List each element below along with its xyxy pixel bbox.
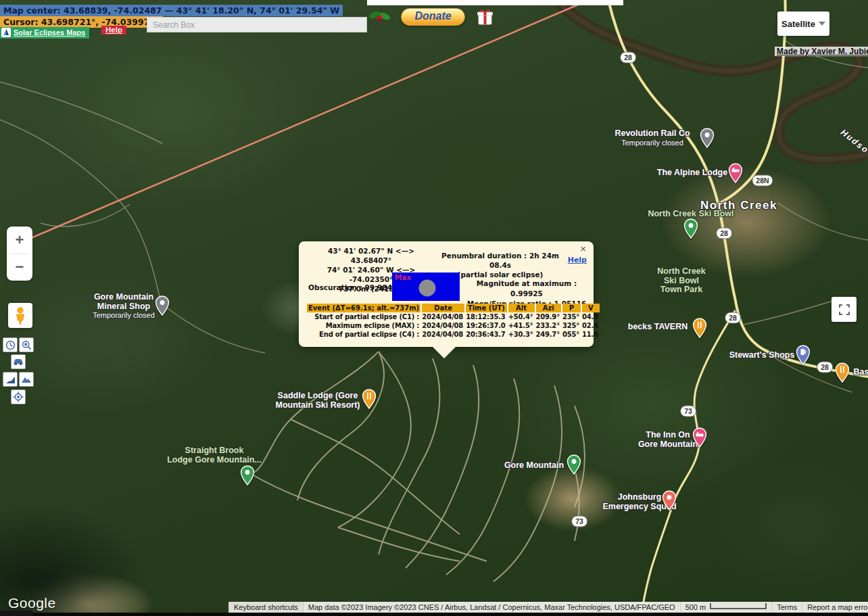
map-type-button[interactable]: Satellite	[777, 11, 829, 36]
fullscreen-button[interactable]	[831, 297, 857, 322]
table-header-row: Event (ΔT=69.1s; alt.=737m) Date Time (U…	[307, 304, 600, 312]
park-pin[interactable]	[566, 454, 581, 475]
poi-label-town-park[interactable]: North Creek Ski Bowl Town Park	[657, 267, 706, 295]
gas-station-pin[interactable]	[796, 345, 811, 365]
map-viewport[interactable]: Revolution Rail Co Temporarily closed Th…	[0, 0, 868, 616]
magnifier-box-icon	[22, 340, 32, 350]
poi-label-line: Stewart's Shops	[729, 351, 795, 360]
restaurant-pin[interactable]	[692, 318, 707, 338]
col-event: Event (ΔT=69.1s; alt.=737m)	[307, 304, 420, 312]
table-row: Start of partial eclipse (C1) : 2024/04/…	[307, 312, 600, 321]
magnitude-value: Magnitude at maximum : 0.99925	[466, 279, 587, 299]
poi-label-ski-bowl[interactable]: North Creek Ski Bowl	[648, 210, 733, 219]
poi-label-alpine-lodge[interactable]: The Alpine Lodge	[657, 168, 727, 178]
footer-bar: Keyboard shortcuts Map data ©2023 Imager…	[97, 602, 868, 613]
poi-label-bas-clipped[interactable]: Bas	[854, 368, 868, 377]
poi-label-mineral-shop[interactable]: Gore Mountain Mineral Shop Temporarily c…	[93, 293, 155, 321]
pegman-control[interactable]	[8, 303, 32, 328]
poi-label-saddle-lodge[interactable]: Saddle Lodge (Gore Mountain Ski Resort)	[275, 392, 360, 410]
holly-icon	[368, 8, 391, 26]
cursor-readout: Cursor: 43.698721°, -74.039979°	[0, 16, 163, 28]
car-icon	[13, 358, 24, 366]
clock-icon	[5, 340, 16, 350]
poi-label-line: Revolution Rail Co	[614, 129, 690, 139]
poi-label-line: Gore Mountain	[638, 440, 698, 450]
scale-bar	[710, 603, 767, 609]
google-logo[interactable]: Google	[8, 595, 56, 611]
map-center-readout: Map center: 43.68839, -74.02487 — 43° 41…	[0, 5, 343, 16]
route-shield-73: 73	[571, 516, 587, 527]
poi-label-line: Straight Brook	[167, 446, 262, 456]
bottom-left-strip	[0, 611, 32, 616]
obscuration-value: Obscuration : 99.984%	[308, 283, 400, 291]
route-shield-28: 28	[620, 52, 636, 64]
eclipse-diagram: Max	[392, 273, 460, 301]
lodging-pin[interactable]	[692, 427, 707, 448]
time-zone-button[interactable]	[3, 337, 18, 352]
restaurant-pin[interactable]	[362, 389, 377, 409]
keyboard-shortcuts-button[interactable]: Keyboard shortcuts	[228, 602, 303, 613]
eclipse-diagram-max-label: Max	[395, 273, 411, 281]
poi-label-line: North Creek Ski Bowl	[648, 210, 733, 219]
donate-button[interactable]: Donate	[401, 8, 465, 26]
poi-status: Temporarily closed	[614, 139, 690, 148]
chevron-down-icon	[819, 22, 825, 26]
zoom-out-button[interactable]: −	[7, 254, 32, 281]
water-label-hudson: Hudso	[839, 128, 868, 156]
poi-label-becks-tavern[interactable]: becks TAVERN	[628, 323, 688, 332]
gray-place-pin[interactable]	[700, 128, 715, 148]
pegman-icon	[14, 307, 27, 325]
bottom-strip	[0, 613, 868, 616]
gray-place-pin[interactable]	[155, 295, 170, 316]
latitude-line: 43° 41' 02.67" N <—> 43.68407°	[307, 246, 435, 265]
poi-label-line: The Alpine Lodge	[657, 168, 727, 178]
route-shield-28: 28	[817, 362, 833, 373]
zoom-in-button[interactable]: +	[7, 227, 32, 254]
poi-label-line: Town Park	[657, 285, 706, 295]
poi-label-line: Gore Mountain	[93, 293, 155, 302]
help-link[interactable]: Help	[101, 26, 126, 34]
poi-label-line: becks TAVERN	[628, 323, 688, 332]
close-icon[interactable]: ×	[576, 242, 590, 255]
highways	[607, 0, 868, 616]
popup-help-link[interactable]: Help	[568, 256, 587, 264]
search-input[interactable]	[147, 17, 367, 32]
zoom-box-button[interactable]	[19, 337, 34, 352]
solar-eclipses-maps-link[interactable]: Solar Eclipses Maps	[0, 27, 89, 39]
elevation-profile-button[interactable]	[3, 372, 18, 387]
scale-control[interactable]: 500 m	[680, 602, 772, 613]
route-shield-28: 28	[716, 228, 732, 239]
fullscreen-icon	[839, 304, 850, 315]
poi-label-stewarts-shops[interactable]: Stewart's Shops	[729, 351, 795, 360]
lodging-pin[interactable]	[728, 163, 743, 183]
col-date: Date	[420, 304, 464, 312]
gift-icon[interactable]	[477, 7, 493, 26]
health-pin[interactable]	[662, 490, 677, 511]
my-location-button[interactable]	[11, 389, 26, 404]
poi-label-line: Saddle Lodge (Gore	[275, 392, 360, 401]
park-pin[interactable]	[240, 465, 255, 485]
poi-label-inn-on-gore[interactable]: The Inn On Gore Mountain	[638, 431, 698, 449]
report-map-error-link[interactable]: Report a map error	[802, 602, 868, 613]
terrain-button[interactable]	[19, 372, 34, 387]
table-row: End of partial eclipse (C4) : 2024/04/08…	[307, 330, 600, 339]
poi-label-straight-brook[interactable]: Straight Brook Lodge Gore Mountain...	[167, 446, 262, 465]
col-time: Time (UT)	[464, 304, 507, 312]
poi-label-revolution-rail[interactable]: Revolution Rail Co Temporarily closed	[614, 129, 690, 147]
poi-label-gore-mountain[interactable]: Gore Mountain	[504, 461, 564, 471]
driving-route-button[interactable]	[11, 354, 26, 369]
map-type-label: Satellite	[781, 19, 815, 29]
site-logo-icon	[1, 28, 11, 37]
terms-link[interactable]: Terms	[771, 602, 802, 613]
poi-label-line: Ski Bowl	[657, 277, 706, 286]
top-white-strip	[367, 0, 623, 5]
park-pin[interactable]	[683, 218, 698, 239]
poi-label-line: North Creek	[657, 267, 706, 277]
credit-link[interactable]: Made by Xavier M. Jubier	[775, 47, 868, 56]
eclipse-limit-line	[31, 3, 583, 238]
restaurant-pin[interactable]	[835, 362, 850, 383]
eclipse-info-popup: × 43° 41' 02.67" N <—> 43.68407° 74° 01'…	[299, 241, 594, 347]
mountain-icon	[21, 375, 32, 383]
poi-label-line: The Inn On	[638, 431, 698, 440]
crosshair-locate-icon	[13, 392, 24, 402]
